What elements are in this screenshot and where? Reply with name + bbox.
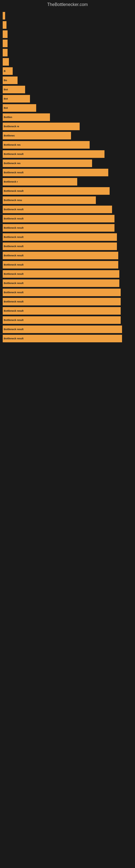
bar-label: Bottleneck result <box>4 264 24 266</box>
bar-fill: Bottleneck result <box>3 233 117 241</box>
bar-row: Bot <box>0 86 135 93</box>
bar-fill: Bottleneck result <box>3 270 119 278</box>
bar-label: Bottlenec <box>4 134 15 137</box>
bar-fill: Bottleneck result <box>3 335 122 342</box>
bar-label: Bottleneck result <box>4 319 24 321</box>
bar-label: Bottleneck re <box>4 125 19 128</box>
bar-label: Bottleneck result <box>4 236 24 239</box>
bar-row: Bottlen <box>0 113 135 121</box>
bar-row: Bottleneck res <box>0 159 135 167</box>
bar-row: Bottleneck result <box>0 187 135 195</box>
bar-row: Bottleneck re <box>0 123 135 130</box>
bar-fill: Bottleneck resu <box>3 196 96 204</box>
bar-fill: Bottleneck result <box>3 289 121 296</box>
bar-row: Bottleneck result <box>0 289 135 296</box>
bar-fill: Bottleneck r <box>3 178 77 186</box>
bar-row <box>0 58 135 66</box>
bar-fill <box>3 21 6 29</box>
bar-label: Bottleneck result <box>4 153 24 155</box>
bar-row: Bottleneck result <box>0 252 135 259</box>
bar-label: Bottleneck resu <box>4 199 22 202</box>
bar-row <box>0 21 135 29</box>
bar-label: Bot <box>4 106 8 109</box>
bar-row: Bot <box>0 104 135 112</box>
bar-row: Bottleneck result <box>0 169 135 176</box>
bar-fill: Bottleneck result <box>3 279 119 287</box>
bar-row: Bottleneck result <box>0 215 135 222</box>
bar-fill: Bottleneck result <box>3 252 118 259</box>
bar-row: Bottleneck resu <box>0 196 135 204</box>
bar-row: Bottleneck result <box>0 298 135 305</box>
bar-label: Bottleneck result <box>4 254 24 257</box>
bar-fill: Bottleneck result <box>3 215 115 222</box>
bar-row: Bo <box>0 76 135 84</box>
bar-fill: Bottleneck result <box>3 326 122 333</box>
bar-fill <box>3 30 8 38</box>
bar-label: Bottleneck result <box>4 310 24 312</box>
bar-row: Bottleneck result <box>0 270 135 278</box>
bar-label: Bottleneck result <box>4 300 24 303</box>
bar-row: Bottlenec <box>0 132 135 140</box>
bar-label: Bottleneck result <box>4 190 24 192</box>
bar-fill: Bottleneck result <box>3 224 115 231</box>
bar-label: Bottleneck result <box>4 217 24 220</box>
bar-label: Bot <box>4 97 8 100</box>
bar-row: Bottleneck r <box>0 178 135 186</box>
bar-label: Bottleneck res <box>4 144 20 146</box>
bar-label: Bottleneck result <box>4 328 24 331</box>
bar-fill: Bottleneck result <box>3 206 112 213</box>
bar-row: Bottleneck result <box>0 261 135 269</box>
bar-label: Bottleneck result <box>4 282 24 284</box>
bar-row: Bottleneck result <box>0 326 135 333</box>
bar-label: B <box>4 70 6 72</box>
bar-fill: Bot <box>3 95 30 102</box>
bar-row: Bottleneck res <box>0 141 135 149</box>
bar-fill: Bottleneck result <box>3 298 121 305</box>
bar-label: Bottlen <box>4 116 12 119</box>
bar-label: Bottleneck result <box>4 208 24 211</box>
bar-label: Bottleneck result <box>4 273 24 275</box>
bar-row: Bottleneck result <box>0 224 135 231</box>
bar-row: B <box>0 67 135 75</box>
bar-fill: Bottleneck result <box>3 169 108 176</box>
bar-fill: Bottleneck result <box>3 316 121 324</box>
bar-row: Bottleneck result <box>0 243 135 250</box>
bar-row: Bottleneck result <box>0 316 135 324</box>
bar-label: Bottleneck result <box>4 226 24 229</box>
bar-fill: Bottleneck res <box>3 159 92 167</box>
bar-row: Bottleneck result <box>0 335 135 342</box>
bar-row: Bottleneck result <box>0 233 135 241</box>
bar-label: Bottleneck result <box>4 245 24 248</box>
bar-label: Bottleneck r <box>4 180 18 183</box>
bar-row: Bottleneck result <box>0 279 135 287</box>
bar-fill: Bottleneck result <box>3 243 117 250</box>
bar-row: Bottleneck result <box>0 206 135 213</box>
chart-container: BBoBotBotBotBottlenBottleneck reBottlene… <box>0 9 135 342</box>
site-title: TheBottlenecker.com <box>0 0 135 9</box>
bar-row <box>0 40 135 47</box>
bar-fill <box>3 40 8 47</box>
bar-fill: Bot <box>3 86 25 93</box>
bar-fill: Bottleneck res <box>3 141 90 149</box>
bar-fill: Bottleneck result <box>3 187 109 195</box>
bar-row: Bot <box>0 95 135 102</box>
bar-fill: Bo <box>3 76 17 84</box>
bar-fill: Bottleneck result <box>3 261 118 269</box>
bar-row <box>0 49 135 56</box>
bar-row: Bottleneck result <box>0 150 135 158</box>
bar-label: Bottleneck result <box>4 337 24 340</box>
bar-label: Bottleneck result <box>4 171 24 174</box>
bar-label: Bottleneck result <box>4 291 24 294</box>
bar-fill: Bottlen <box>3 113 50 121</box>
bar-label: Bot <box>4 88 8 91</box>
bar-fill <box>3 58 9 66</box>
bar-row: Bottleneck result <box>0 307 135 315</box>
bar-fill: Bottlenec <box>3 132 71 140</box>
bar-row <box>0 12 135 20</box>
bar-fill <box>3 49 8 56</box>
bar-fill <box>3 12 5 20</box>
bar-fill: Bottleneck result <box>3 150 104 158</box>
bar-fill: B <box>3 67 13 75</box>
bar-label: Bo <box>4 79 7 82</box>
bar-label: Bottleneck res <box>4 162 20 165</box>
